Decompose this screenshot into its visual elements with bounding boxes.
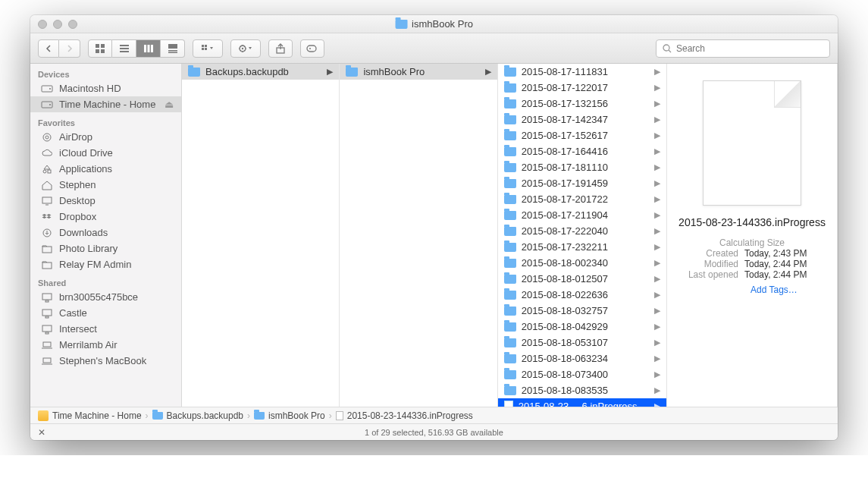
back-button[interactable] [38,39,59,58]
path-segment[interactable]: Backups.backupdb [152,410,243,421]
column-row[interactable]: 2015-08-18-053107▶ [498,335,666,351]
folder-icon [504,131,516,140]
zoom-window-button[interactable] [68,20,77,29]
row-label: 2015-08-17-201722 [522,193,608,205]
column-row[interactable]: 2015-08-18-083535▶ [498,382,666,398]
column-row[interactable]: 2015-08-18-073400▶ [498,366,666,382]
svg-point-22 [663,45,669,51]
svg-rect-30 [48,170,51,173]
sidebar-item[interactable]: Stephen [30,177,181,193]
svg-rect-7 [144,45,146,52]
forward-button[interactable] [59,39,80,58]
close-window-button[interactable] [38,20,47,29]
row-label: 2015-08-17-122017 [522,82,608,93]
chevron-right-icon: › [146,410,149,421]
coverflow-view-button[interactable] [161,39,185,58]
column-2: ismhBook Pro▶ [340,64,497,407]
document-icon [703,80,801,206]
list-view-button[interactable] [112,39,136,58]
column-row[interactable]: 2015-08-18-002340▶ [498,255,666,271]
hide-pathbar-button[interactable]: ✕ [38,427,45,438]
sidebar-item[interactable]: Photo Library [30,240,181,256]
minimize-window-button[interactable] [53,20,62,29]
chevron-right-icon: ▶ [654,115,660,124]
row-label: Backups.backupdb [205,66,289,77]
column-row[interactable]: 2015-08-17-122017▶ [498,80,666,96]
column-row[interactable]: 2015-08-17-152617▶ [498,127,666,143]
home-icon [41,180,53,190]
row-label: 2015-08-17-164416 [522,146,608,157]
sidebar-item[interactable]: Time Machine - Home⏏ [30,96,181,112]
sidebar-item[interactable]: iCloud Drive [30,145,181,161]
hdd-icon [41,83,53,94]
eject-icon[interactable]: ⏏ [165,99,174,110]
svg-point-27 [43,134,51,141]
column-row[interactable]: 2015-08-17-132156▶ [498,96,666,112]
view-mode-control [88,39,185,58]
sidebar-item[interactable]: brn30055c475bce [30,289,181,305]
sidebar-item[interactable]: Desktop [30,193,181,209]
row-label: 2015-08-18-053107 [522,337,608,348]
column-row[interactable]: 2015-08-17-211904▶ [498,207,666,223]
path-label: Time Machine - Home [52,410,142,421]
column-row[interactable]: 2015-08-17-111831▶ [498,64,666,80]
sidebar-item[interactable]: Relay FM Admin [30,256,181,272]
toolbar [30,33,838,64]
column-row[interactable]: ismhBook Pro▶ [340,64,497,80]
sidebar-item-label: Merrilamb Air [59,339,118,351]
path-segment[interactable]: ismhBook Pro [254,410,325,421]
column-row[interactable]: 2015-08-23-…6.inProgress▶ [498,398,666,407]
icon-view-button[interactable] [88,39,112,58]
tags-button[interactable] [300,39,324,58]
column-3: 2015-08-17-111831▶2015-08-17-122017▶2015… [498,64,667,407]
sidebar-item-label: Macintosh HD [59,83,121,94]
column-row[interactable]: 2015-08-17-191459▶ [498,175,666,191]
row-label: 2015-08-17-111831 [522,66,608,77]
arrange-button[interactable] [193,39,223,58]
chevron-right-icon: ▶ [654,99,660,108]
column-row[interactable]: 2015-08-18-032757▶ [498,303,666,319]
column-row[interactable]: 2015-08-18-022636▶ [498,287,666,303]
sidebar-item[interactable]: AirDrop [30,129,181,145]
column-row[interactable]: 2015-08-17-181110▶ [498,159,666,175]
sidebar-item[interactable]: Castle [30,305,181,321]
net-icon [41,292,53,303]
folder-icon [152,412,163,420]
folder-icon [504,147,516,156]
add-tags-button[interactable]: Add Tags… [676,285,828,295]
action-button[interactable] [230,39,261,58]
sidebar-item-label: AirDrop [59,131,92,143]
svg-point-21 [309,48,311,49]
column-row[interactable]: 2015-08-18-012507▶ [498,271,666,287]
sidebar-item[interactable]: Stephen's MacBook [30,353,181,369]
column-row[interactable]: 2015-08-18-042929▶ [498,319,666,335]
column-view-button[interactable] [136,39,161,58]
column-row[interactable]: 2015-08-17-201722▶ [498,191,666,207]
column-row[interactable]: Backups.backupdb▶ [182,64,339,80]
laptop-icon [41,356,53,366]
svg-rect-8 [147,45,149,52]
column-row[interactable]: 2015-08-17-142347▶ [498,112,666,127]
column-row[interactable]: 2015-08-17-164416▶ [498,143,666,159]
sidebar-section-header: Favorites [30,112,181,129]
sidebar-item[interactable]: Macintosh HD [30,80,181,96]
chevron-right-icon: ▶ [654,178,660,188]
chevron-right-icon: ▶ [654,274,660,284]
search-input[interactable] [676,43,823,54]
path-segment[interactable]: Time Machine - Home [38,410,142,421]
column-row[interactable]: 2015-08-17-232211▶ [498,239,666,255]
sidebar-item[interactable]: Downloads [30,225,181,240]
svg-rect-42 [43,358,51,363]
column-1: Backups.backupdb▶ [182,64,340,407]
share-button[interactable] [268,39,293,58]
column-row[interactable]: 2015-08-18-063234▶ [498,351,666,366]
sidebar-item[interactable]: Merrilamb Air [30,337,181,353]
sidebar-item[interactable]: Dropbox [30,209,181,225]
sidebar-item[interactable]: Applications [30,161,181,177]
folder-icon [504,370,516,379]
path-segment[interactable]: 2015-08-23-144336.inProgress [336,410,473,421]
chevron-right-icon: ▶ [654,306,660,316]
search-field[interactable] [656,39,830,58]
column-row[interactable]: 2015-08-17-222040▶ [498,223,666,239]
sidebar-item[interactable]: Intersect [30,321,181,337]
